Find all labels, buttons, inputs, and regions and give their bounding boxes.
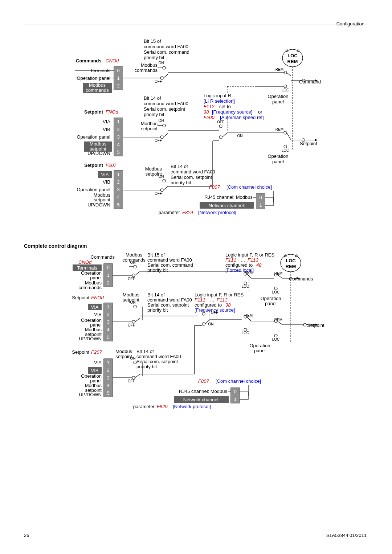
d2-bit15-2: command word FA00 (147, 257, 192, 263)
d2-oppanel-2b: panel (254, 348, 266, 353)
d2-lm-1: Logic input F, R or RES (195, 292, 244, 297)
d1-rem-2: REM (275, 127, 283, 131)
d1-modset-t1: Modbus (141, 121, 158, 126)
d2-set-i4: UP/DOWN (79, 336, 102, 341)
d1-set-lbl: Setpoint (84, 109, 103, 115)
d1-bit15-l2: command word FA00 (144, 44, 188, 49)
d1-logicR-l1: Logic input R (204, 93, 231, 98)
d1-off-3: OFF (155, 192, 162, 196)
d1-logicR-l5b: [Auto/man speed ref] (220, 115, 264, 120)
svg-point-93 (274, 287, 277, 290)
d1-cmd-v1: 1 (117, 75, 119, 81)
d2-bit15-4: priority bit (147, 267, 168, 273)
d1-net-v: 1 (259, 202, 262, 208)
d1-netch: Network channel: (209, 203, 245, 208)
d1-loc-2: LOC (282, 148, 289, 152)
diagram-1: Bit 15 of command word FA00 Serial com. … (24, 36, 372, 233)
d1-set-modbus-1: Modbus (90, 141, 107, 147)
d1-set-i2: Operation panel (77, 134, 110, 140)
d2-b14b-2: command word FA00 (136, 354, 181, 359)
d1-logicR-l2: [LI R selection] (204, 98, 235, 104)
d2-cmd-lbl: Commands (91, 254, 115, 260)
locrem-badge: LOC REM (282, 49, 303, 67)
d1-cmd-v0: 0 (117, 68, 119, 73)
d1-loc-1: LOC (282, 88, 289, 92)
d2-set-v2: 3 (107, 319, 109, 325)
footer: 26 S1A53844 01/2011 (24, 531, 367, 538)
header-right: Configuration (336, 21, 364, 26)
d1-off-2: OFF (155, 139, 162, 143)
d2-set2-v4: 5 (107, 390, 109, 396)
d2-lm-3b: 38 (225, 302, 231, 308)
d2-lm-2c: F113 (217, 297, 228, 303)
d1-bit14b-l4: priority bit (171, 180, 191, 185)
d2-out-setpoint: Setpoint (307, 323, 324, 328)
d1-set-v4: 5 (117, 149, 119, 155)
d2-rj45-v: 0 (234, 389, 236, 394)
d1-logicR-l3a: F112 (204, 104, 215, 109)
d2-locrem-loc: LOC (286, 258, 296, 263)
d2-cmd-code: CNOd (78, 259, 92, 265)
d1-cmd-modbus-l2: commands (86, 87, 109, 93)
d1-set2-modbus-2: setpoint (94, 197, 110, 202)
svg-point-41 (284, 131, 287, 134)
d2-set2-v1: 2 (107, 368, 109, 373)
d1-off-mid: OFF (217, 120, 224, 124)
d2-oppanel-1b: panel (265, 301, 277, 306)
svg-point-38 (219, 136, 222, 139)
d1-on-mid: ON (237, 134, 243, 138)
d2-cmd-i1b: panel (90, 275, 102, 280)
d1-cmd-modbus-l1: Modbus (89, 82, 106, 88)
d1-oppanel-2b: panel (272, 159, 284, 164)
svg-point-80 (134, 265, 136, 268)
d1-set2-code: F207 (106, 163, 117, 168)
d1-set2-v1: 2 (117, 179, 119, 185)
section-title-complete: Complete control diagram (24, 243, 87, 249)
d2-oppanel-1a: Operation (260, 296, 281, 301)
d2-bit15-3: Serial com. command (147, 262, 193, 268)
doc-id: S1A53844 01/2011 (326, 533, 367, 538)
d2-off-sw: OFF (211, 311, 218, 315)
d2-set2-i4: UP/DOWN (79, 392, 102, 397)
svg-point-129 (134, 361, 136, 364)
d2-set2-v0: 1 (107, 360, 109, 365)
locrem-rem: REM (287, 59, 298, 64)
d2-b14a-4: priority bit (147, 307, 168, 313)
d1-set2-i4: UP/DOWN (87, 202, 110, 208)
d1-param: parameter (159, 210, 180, 215)
d1-bit15-l3: Serial com. command (144, 49, 189, 55)
d2-lt-1: Logic input F, R or RES (225, 252, 274, 258)
d1-bit14a-l4: priority bit (144, 112, 164, 117)
page: Configuration Bit 15 of command word FA0… (0, 0, 392, 554)
svg-line-105 (135, 318, 140, 322)
d2-netch: Network channel: (183, 397, 220, 402)
d2-rj45: RJ45 channel: Modbus (179, 389, 227, 394)
d1-bit14a-l1: Bit 14 of (144, 95, 161, 101)
d1-f807-code: F807 (209, 184, 220, 190)
d2-f829: F829 (157, 404, 168, 409)
d1-logicR-l4c: or (258, 109, 262, 115)
d2-out-cmds: Commands (289, 276, 313, 282)
d2-lm-2b: ... (210, 297, 214, 303)
d2-off-3: OFF (128, 379, 135, 383)
d1-set2-i2: Operation panel (77, 187, 110, 192)
d2-set-i1: VIB (94, 312, 102, 317)
d1-set-i1: VIB (103, 127, 110, 132)
d2-locrem-badge: LOC REM (281, 254, 301, 272)
d1-set-v2: 3 (117, 134, 119, 140)
svg-line-17 (287, 73, 291, 76)
d2-modcmds-1: Modbus (126, 252, 143, 258)
svg-point-21 (284, 85, 287, 88)
svg-line-39 (222, 133, 227, 137)
d2-set2-v2: 3 (107, 375, 109, 381)
d1-set-i4: UP/DOWN (87, 151, 110, 156)
d2-loc-1b: LOC (272, 290, 280, 294)
d1-modset-t2: setpoint (141, 126, 158, 131)
svg-point-120 (274, 334, 277, 337)
d1-logicR-l3b: set to (219, 104, 231, 109)
d1-bit15-l4: priority bit (144, 55, 164, 60)
d2-modset2-t1: Modbus (115, 349, 132, 354)
d1-oppanel-1b: panel (272, 99, 284, 104)
svg-point-107 (202, 312, 205, 315)
d2-set2-i0: VIA (94, 360, 102, 365)
